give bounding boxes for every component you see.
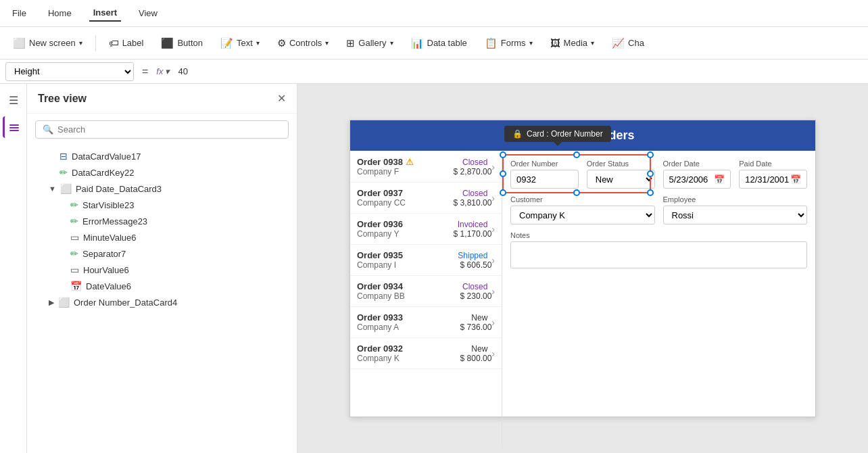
button-icon: ⬛ [161, 37, 174, 49]
edit-icon-5: ✏ [70, 248, 78, 259]
order-status-select[interactable]: New [587, 170, 655, 189]
gallery-icon: ⊞ [346, 37, 355, 49]
sidebar-icons: ☰ [0, 84, 27, 453]
customer-label: Customer [510, 195, 655, 204]
order-number-label: Order Number [510, 160, 579, 168]
order-amount-text: $ 2,870.00 [437, 167, 491, 176]
order-item[interactable]: Order 0935 Company I Shipped $ 606.50 › [350, 245, 502, 276]
fx-chevron: ▾ [165, 66, 170, 76]
paid-date-input[interactable]: 12/31/2001 📅 [739, 170, 807, 189]
controls-icon: ⚙ [277, 37, 286, 49]
order-item[interactable]: Order 0934 Company BB Closed $ 230.00 › [350, 276, 502, 307]
tree-item-separator7[interactable]: ✏ Separator7 [27, 245, 297, 262]
order-item[interactable]: Order 0932 Company K New $ 800.00 › [350, 338, 502, 369]
tree-item-order-number-datacard4[interactable]: ▶ ⬜ Order Number_DataCard4 [27, 294, 297, 310]
menu-file[interactable]: File [8, 5, 30, 21]
detail-row-2: Customer Company K Employee Rossi [510, 195, 807, 224]
order-company-text: Company A [357, 323, 437, 332]
notes-textarea[interactable] [510, 241, 807, 268]
forms-icon: 📋 [485, 37, 498, 49]
order-number-text: Order 0932 [357, 343, 437, 354]
edit-icon-3: ✏ [70, 199, 78, 210]
order-list[interactable]: Order 0938⚠ Company F Closed $ 2,870.00 … [350, 151, 502, 448]
search-input[interactable] [57, 124, 281, 135]
controls-button[interactable]: ⚙ Controls ▾ [270, 33, 336, 53]
item-label-order-number-datacard: Order Number_DataCard4 [74, 297, 291, 308]
forms-button[interactable]: 📋 Forms ▾ [477, 33, 540, 53]
toolbar-separator-1 [95, 35, 96, 51]
order-status-amount: Invoiced $ 1,170.00 [437, 220, 491, 239]
gallery-button[interactable]: ⊞ Gallery ▾ [339, 33, 400, 53]
expand-icon-paid: ▼ [49, 185, 56, 193]
box-icon-1: ▭ [70, 232, 79, 243]
order-arrow-icon: › [491, 348, 495, 359]
chart-button[interactable]: 📈 Cha [604, 33, 652, 53]
order-amount-text: $ 1,170.00 [437, 229, 491, 239]
button-button[interactable]: ⬛ Button [153, 33, 210, 53]
hamburger-icon-btn[interactable]: ☰ [3, 89, 24, 111]
order-date-label: Order Date [663, 160, 731, 168]
tree-item-datevalue6[interactable]: 📅 DateValue6 [27, 278, 297, 294]
warning-icon: ⚠ [406, 157, 414, 167]
container-icon: ⬜ [60, 183, 72, 194]
text-button[interactable]: 📝 Text ▾ [213, 33, 267, 53]
notes-field: Notes [510, 231, 807, 270]
customer-select[interactable]: Company K [510, 206, 655, 224]
tree-item-datacardkey22[interactable]: ✏ DataCardKey22 [27, 164, 297, 181]
tree-search-box[interactable]: 🔍 [35, 120, 289, 139]
svg-rect-1 [9, 127, 19, 128]
menu-insert[interactable]: Insert [89, 5, 121, 22]
order-item[interactable]: Order 0936 Company Y Invoiced $ 1,170.00… [350, 214, 502, 245]
layers-icon-btn[interactable] [3, 116, 24, 138]
tree-item-paid-date-datacard3[interactable]: ▼ ⬜ Paid Date_DataCard3 [27, 181, 297, 197]
order-company-text: Company CC [357, 198, 437, 208]
order-arrow-icon: › [491, 286, 495, 297]
edit-icon-2: ✏ [59, 167, 68, 178]
menu-view[interactable]: View [135, 5, 162, 21]
tree-close-button[interactable]: ✕ [277, 92, 286, 105]
data-table-button[interactable]: 📊 Data table [404, 33, 475, 53]
detail-panel: Order Number Order Status New Order Date… [502, 151, 815, 416]
order-date-input[interactable]: 5/23/2006 📅 [663, 170, 731, 189]
label-button[interactable]: 🏷 Label [101, 33, 151, 53]
order-company-text: Company F [357, 167, 437, 176]
detail-row-1: Order Number Order Status New Order Date… [510, 160, 807, 189]
item-label-starvisible: StarVisible23 [82, 200, 291, 210]
employee-select[interactable]: Rossi [663, 206, 808, 224]
item-label-errormessage: ErrorMessage23 [82, 216, 291, 226]
label-icon: 🏷 [109, 37, 119, 49]
menu-home[interactable]: Home [44, 5, 76, 21]
toolbar: ⬜ New screen ▾ 🏷 Label ⬛ Button 📝 Text ▾… [0, 27, 868, 59]
order-number-text: Order 0934 [357, 281, 437, 291]
tree-item-hourvalue6[interactable]: ▭ HourValue6 [27, 262, 297, 278]
order-company-text: Company Y [357, 229, 437, 239]
order-number-text: Order 0936 [357, 219, 437, 229]
tree-item-datacardvalue17[interactable]: ⊟ DataCardValue17 [27, 148, 297, 164]
item-label-datacardkey22: DataCardKey22 [72, 168, 291, 178]
menu-bar: File Home Insert View [0, 0, 868, 27]
order-item[interactable]: Order 0937 Company CC Closed $ 3,810.00 … [350, 183, 502, 214]
tree-item-errormessage23[interactable]: ✏ ErrorMessage23 [27, 213, 297, 229]
item-label-hourvalue: HourValue6 [83, 265, 291, 275]
item-label-minutevalue: MinuteValue6 [83, 233, 291, 243]
employee-field: Employee Rossi [663, 195, 808, 224]
forms-chevron: ▾ [529, 39, 533, 47]
media-button[interactable]: 🖼 Media ▾ [543, 33, 602, 53]
gallery-chevron: ▾ [390, 39, 393, 47]
order-number-text: Order 0935 [357, 250, 437, 260]
paid-date-field: Paid Date 12/31/2001 📅 [739, 160, 807, 189]
order-amount-text: $ 606.50 [437, 260, 491, 270]
container-icon-2: ⬜ [58, 297, 70, 308]
property-selector[interactable]: Height [5, 62, 134, 81]
expand-icon-order: ▶ [49, 298, 54, 307]
item-label-datacardvalue17: DataCardValue17 [72, 151, 291, 162]
calendar-icon-paid: 📅 [790, 174, 801, 185]
order-item[interactable]: Order 0933 Company A New $ 736.00 › [350, 307, 502, 338]
order-number-input[interactable] [510, 170, 579, 189]
order-info: Order 0934 Company BB [357, 281, 437, 301]
new-screen-button[interactable]: ⬜ New screen ▾ [5, 33, 90, 53]
tree-item-minutevalue6[interactable]: ▭ MinuteValue6 [27, 229, 297, 245]
tree-item-starvisible23[interactable]: ✏ StarVisible23 [27, 197, 297, 213]
app-preview: Northwind Orders Order 0938⚠ Company F C… [349, 120, 816, 417]
order-item[interactable]: Order 0938⚠ Company F Closed $ 2,870.00 … [350, 151, 502, 183]
